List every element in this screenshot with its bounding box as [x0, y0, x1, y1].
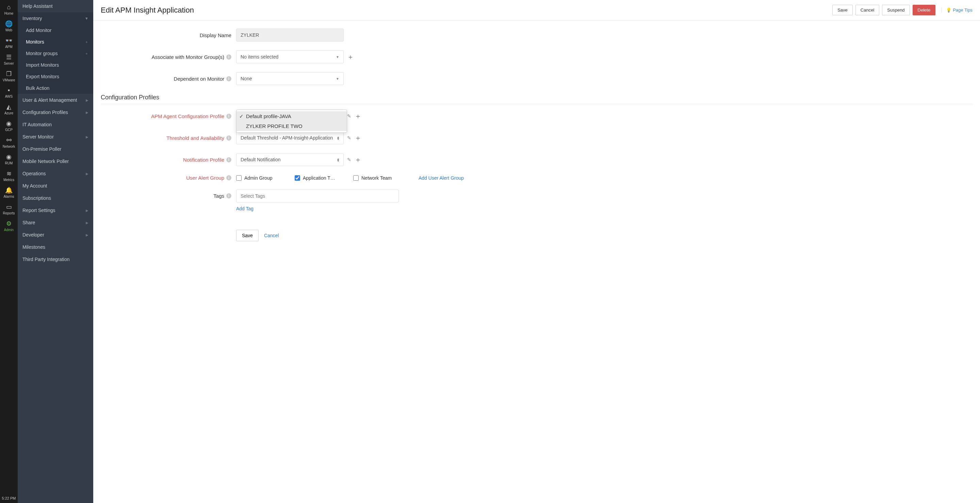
rail-apm[interactable]: 👓APM	[0, 34, 18, 51]
checkbox-application-team-input[interactable]	[295, 175, 300, 181]
add-group-icon[interactable]: ＋	[347, 53, 354, 62]
rum-icon: ◉	[6, 153, 11, 161]
rail-rum[interactable]: ◉RUM	[0, 151, 18, 167]
sidebar-config-profiles[interactable]: Configuration Profiles▶	[18, 106, 93, 118]
rail-home[interactable]: ⌂Home	[0, 2, 18, 18]
delete-button[interactable]: Delete	[913, 5, 936, 15]
sidebar-operations[interactable]: Operations▶	[18, 167, 93, 180]
rail-alarms[interactable]: 🔔Alarms	[0, 184, 18, 201]
sidebar-inventory[interactable]: Inventory ▼	[18, 12, 93, 24]
rail-aws[interactable]: ▪AWS	[0, 84, 18, 101]
label-notification: Notification Profile i	[101, 157, 236, 163]
notification-select[interactable]: Default Notification ▴▾	[236, 153, 344, 166]
associate-groups-select[interactable]: No items selected ▼	[236, 50, 344, 63]
dependent-select[interactable]: None ▼	[236, 72, 344, 85]
sidebar-third-party[interactable]: Third Party Integration	[18, 253, 93, 266]
add-tag-link[interactable]: Add Tag	[236, 206, 253, 211]
info-icon[interactable]: i	[226, 193, 231, 198]
sidebar-bulk-action[interactable]: Bulk Action	[18, 82, 93, 94]
checkbox-network-team-input[interactable]	[353, 175, 359, 181]
rail-network[interactable]: ⚯Network	[0, 134, 18, 151]
sidebar-developer[interactable]: Developer▶	[18, 229, 93, 241]
page-tips-link[interactable]: 💡 Page Tips	[942, 8, 972, 13]
sidebar-subscriptions[interactable]: Subscriptions	[18, 192, 93, 204]
checkbox-admin-group[interactable]: Admin Group	[236, 175, 284, 181]
save-button[interactable]: Save	[832, 5, 853, 15]
sidebar-import-monitors[interactable]: Import Monitors	[18, 59, 93, 71]
sidebar-report-settings[interactable]: Report Settings▶	[18, 204, 93, 216]
checkbox-network-team[interactable]: Network Team	[353, 175, 401, 181]
info-icon[interactable]: i	[226, 157, 231, 162]
edit-icon[interactable]: ✎	[347, 135, 351, 140]
sidebar-user-alert-mgmt[interactable]: User & Alert Management▶	[18, 94, 93, 106]
info-icon[interactable]: i	[226, 54, 231, 60]
add-notification-icon[interactable]: ＋	[355, 155, 361, 164]
rail-azure[interactable]: ◭Azure	[0, 101, 18, 118]
aws-icon: ▪	[8, 87, 10, 94]
add-user-alert-link[interactable]: Add User Alert Group	[418, 175, 464, 181]
tags-input[interactable]	[236, 189, 399, 202]
sidebar-help[interactable]: Help Assistant	[18, 0, 93, 12]
edit-icon[interactable]: ✎	[347, 157, 351, 162]
add-threshold-icon[interactable]: ＋	[355, 134, 361, 143]
threshold-select[interactable]: Default Threshold - APM-Insight-Applicat…	[236, 131, 344, 144]
sidebar-my-account[interactable]: My Account	[18, 180, 93, 192]
dropdown-option-zylker[interactable]: ZYLKER PROFILE TWO	[237, 121, 347, 131]
row-notification: Notification Profile i Default Notificat…	[101, 153, 972, 166]
rail-server[interactable]: ☰Server	[0, 51, 18, 68]
sidebar: Help Assistant Inventory ▼ Add Monitor M…	[18, 0, 93, 503]
plus-icon[interactable]: ＋	[85, 40, 89, 45]
rail-vmware[interactable]: ❐VMware	[0, 68, 18, 84]
cancel-button[interactable]: Cancel	[856, 5, 879, 15]
save-button-bottom[interactable]: Save	[236, 230, 259, 241]
sidebar-export-monitors[interactable]: Export Monitors	[18, 71, 93, 82]
label-associate-groups: Associate with Monitor Group(s) i	[101, 54, 236, 60]
sidebar-milestones[interactable]: Milestones	[18, 241, 93, 253]
edit-icon[interactable]: ✎	[347, 113, 351, 119]
display-name-input[interactable]	[236, 29, 344, 41]
apm-profile-dropdown: Default profile-JAVA ZYLKER PROFILE TWO	[236, 110, 347, 133]
checkbox-admin-group-input[interactable]	[236, 175, 242, 181]
sidebar-it-automation[interactable]: IT Automation	[18, 118, 93, 131]
rail-gcp[interactable]: ◉GCP	[0, 118, 18, 134]
chevron-right-icon: ▶	[86, 221, 89, 224]
row-tags: Tags i Add Tag	[101, 189, 972, 211]
checkbox-application-team[interactable]: Application T…	[295, 175, 342, 181]
info-icon[interactable]: i	[226, 114, 231, 119]
sidebar-monitor-groups[interactable]: Monitor groups＋	[18, 48, 93, 59]
icon-rail: ⌂Home 🌐Web 👓APM ☰Server ❐VMware ▪AWS ◭Az…	[0, 0, 18, 503]
user-alert-checkboxes: Admin Group Application T… Network Team …	[236, 175, 464, 181]
info-icon[interactable]: i	[226, 175, 231, 180]
chevron-right-icon: ▶	[86, 135, 89, 139]
reports-icon: ▭	[6, 203, 12, 211]
rail-admin[interactable]: ⚙Admin	[0, 218, 18, 234]
sidebar-mobile-poller[interactable]: Mobile Network Poller	[18, 155, 93, 167]
label-display-name: Display Name	[101, 32, 236, 38]
sidebar-onprem-poller[interactable]: On-Premise Poller	[18, 143, 93, 155]
cancel-link-bottom[interactable]: Cancel	[264, 233, 279, 238]
rail-web[interactable]: 🌐Web	[0, 18, 18, 34]
rail-metrics[interactable]: ≋Metrics	[0, 167, 18, 184]
row-threshold: Threshold and Availability i Default Thr…	[101, 131, 972, 144]
metrics-icon: ≋	[6, 170, 11, 177]
sidebar-share[interactable]: Share▶	[18, 216, 93, 229]
info-icon[interactable]: i	[226, 135, 231, 140]
row-display-name: Display Name	[101, 29, 972, 41]
dropdown-option-default[interactable]: Default profile-JAVA	[237, 111, 347, 121]
rail-reports[interactable]: ▭Reports	[0, 201, 18, 218]
info-icon[interactable]: i	[226, 76, 231, 81]
label-apm-profile: APM Agent Configuration Profile i	[101, 113, 236, 119]
plus-icon[interactable]: ＋	[85, 51, 89, 56]
sidebar-server-monitor[interactable]: Server Monitor▶	[18, 131, 93, 143]
row-user-alert: User Alert Group i Admin Group Applicati…	[101, 175, 972, 181]
sidebar-monitors[interactable]: Monitors＋	[18, 36, 93, 48]
add-profile-icon[interactable]: ＋	[355, 111, 361, 121]
suspend-button[interactable]: Suspend	[882, 5, 910, 15]
binoculars-icon: 👓	[5, 37, 13, 44]
label-tags: Tags i	[101, 189, 236, 199]
row-associate-groups: Associate with Monitor Group(s) i No ite…	[101, 50, 972, 63]
chevron-down-icon: ▼	[336, 55, 339, 59]
sidebar-add-monitor[interactable]: Add Monitor	[18, 24, 93, 36]
label-user-alert: User Alert Group i	[101, 175, 236, 181]
lightbulb-icon: 💡	[946, 8, 951, 13]
